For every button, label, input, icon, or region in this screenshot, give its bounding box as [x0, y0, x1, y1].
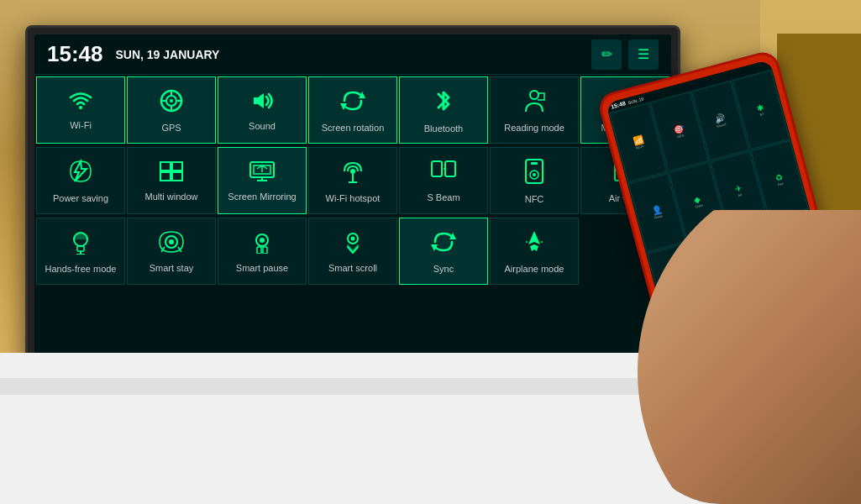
header-icons: ✏ ☰ — [591, 39, 659, 70]
svg-rect-16 — [160, 172, 171, 181]
sync-icon — [431, 229, 456, 259]
quick-item-nfc[interactable]: NFC — [490, 147, 579, 214]
phone-pwr-label: Pwr — [777, 181, 784, 187]
gps-icon — [159, 88, 184, 118]
smart-pause-icon — [249, 230, 276, 258]
svg-rect-30 — [531, 162, 538, 165]
sync-label: Sync — [433, 264, 454, 275]
s-beam-icon — [430, 160, 457, 187]
quick-item-smart-scroll[interactable]: Smart scroll — [308, 218, 397, 285]
quick-settings-row3: Hands-free mode Smart stay — [34, 216, 671, 286]
phone-read-label: Read — [654, 214, 664, 220]
wifi-label: Wi-Fi — [70, 120, 92, 131]
phone-air-label: Air — [738, 192, 743, 197]
menu-icon: ☰ — [638, 46, 649, 62]
svg-point-23 — [350, 169, 355, 174]
svg-rect-27 — [445, 161, 455, 176]
rotation-label: Screen rotation — [322, 123, 385, 134]
svg-rect-17 — [172, 172, 182, 181]
nfc-icon — [522, 158, 546, 189]
wifi-hotspot-icon — [340, 159, 365, 188]
gps-label: GPS — [161, 123, 181, 134]
power-saving-label: Power saving — [53, 193, 108, 204]
s-beam-label: S Beam — [427, 192, 459, 203]
quick-settings-row2: Power saving Multi window — [34, 145, 671, 216]
phone-wifi-label: Wi-Fi — [635, 144, 643, 150]
reading-icon — [521, 88, 548, 118]
quick-item-reading[interactable]: Reading mode — [490, 76, 579, 144]
screen-content: 15:48 SUN, 19 JANUARY ✏ ☰ — [34, 34, 671, 405]
quick-item-smart-pause[interactable]: Smart pause — [218, 218, 307, 285]
quick-item-rotation[interactable]: Screen rotation — [308, 76, 397, 144]
tv-time: 15:48 — [47, 41, 103, 67]
quick-item-sound[interactable]: Sound — [218, 76, 307, 144]
svg-rect-45 — [263, 247, 267, 254]
quick-item-gps[interactable]: GPS — [127, 76, 216, 144]
smart-pause-label: Smart pause — [236, 263, 288, 274]
edit-icon: ✏ — [601, 46, 612, 62]
screen-mirroring-label: Screen Mirroring — [228, 192, 296, 202]
menu-button[interactable]: ☰ — [628, 39, 659, 70]
wifi-icon — [68, 91, 93, 115]
svg-rect-15 — [172, 162, 182, 171]
hands-free-label: Hands-free mode — [45, 264, 117, 275]
rotation-icon — [340, 88, 365, 118]
phone-bt-label: BT — [759, 112, 764, 117]
tv-screen: 15:48 SUN, 19 JANUARY ✏ ☰ — [34, 34, 671, 405]
quick-item-hands-free[interactable]: Hands-free mode — [36, 218, 125, 285]
smart-scroll-icon — [339, 230, 366, 258]
svg-marker-8 — [254, 93, 264, 108]
quick-item-smart-stay[interactable]: Smart stay — [127, 218, 216, 285]
screen-mirroring-icon — [249, 160, 276, 186]
multi-window-label: Multi window — [145, 192, 198, 202]
quick-item-s-beam[interactable]: S Beam — [399, 147, 488, 214]
quick-item-wifi-hotspot[interactable]: Wi-Fi hotspot — [308, 147, 397, 214]
quick-item-screen-mirroring[interactable]: Screen Mirroring — [218, 147, 307, 214]
svg-point-41 — [169, 239, 174, 244]
power-saving-icon — [68, 159, 93, 188]
hands-free-icon — [68, 229, 93, 259]
quick-item-wifi[interactable]: Wi-Fi — [36, 76, 125, 144]
bluetooth-label: Bluetooth — [424, 123, 463, 134]
quick-item-airplane[interactable]: Airplane mode — [490, 218, 579, 285]
svg-rect-26 — [432, 161, 442, 176]
smart-stay-label: Smart stay — [150, 263, 194, 274]
sound-icon — [249, 90, 276, 116]
svg-point-7 — [170, 99, 173, 102]
nfc-label: NFC — [525, 194, 544, 205]
svg-point-47 — [351, 236, 355, 240]
quick-item-bluetooth[interactable]: Bluetooth — [399, 76, 488, 144]
quick-item-multi-window[interactable]: Multi window — [127, 147, 216, 214]
smart-stay-icon — [158, 230, 185, 258]
edit-button[interactable]: ✏ — [591, 39, 622, 70]
multi-window-icon — [159, 160, 184, 186]
svg-rect-14 — [160, 162, 171, 171]
phone-gps-label: GPS — [676, 133, 684, 139]
quick-item-power-saving[interactable]: Power saving — [36, 147, 125, 214]
svg-point-11 — [530, 91, 538, 99]
airplane-icon — [522, 229, 547, 259]
svg-rect-44 — [257, 247, 261, 254]
quick-settings-row1: Wi-Fi GPS — [34, 75, 671, 145]
wifi-hotspot-label: Wi-Fi hotspot — [326, 193, 381, 204]
tv-header: 15:48 SUN, 19 JANUARY ✏ ☰ — [34, 34, 671, 75]
phone-data-label: Data — [696, 203, 703, 209]
svg-point-43 — [260, 238, 265, 243]
svg-point-31 — [533, 173, 536, 176]
svg-point-0 — [79, 106, 82, 109]
tv-date: SUN, 19 JANUARY — [116, 48, 592, 61]
sound-label: Sound — [249, 121, 276, 132]
smart-scroll-label: Smart scroll — [328, 263, 377, 274]
airplane-label: Airplane mode — [505, 264, 564, 275]
reading-label: Reading mode — [504, 123, 564, 134]
bluetooth-icon — [433, 87, 454, 118]
quick-item-sync[interactable]: Sync — [399, 218, 488, 285]
